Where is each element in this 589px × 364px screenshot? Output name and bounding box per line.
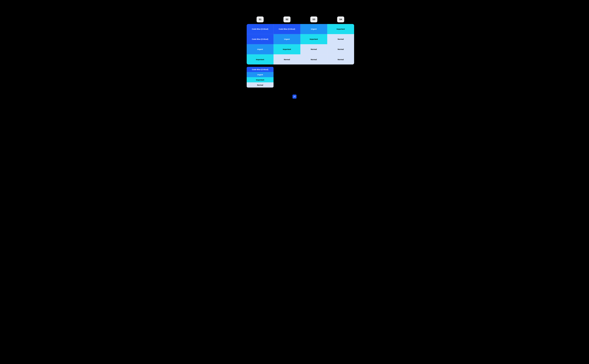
priority-severity-matrix: S1 S2 S3 S4 P1Code Blue (Critical)Code B… bbox=[235, 16, 354, 88]
matrix-row: P2Code Blue (Critical)UrgentImportantNor… bbox=[247, 34, 354, 44]
col-header-s4: S4 bbox=[337, 16, 344, 22]
legend-critical: Code Blue (Critical) bbox=[247, 67, 274, 72]
matrix-cell: Code Blue (Critical) bbox=[247, 34, 274, 44]
matrix-body: S1 S2 S3 S4 P1Code Blue (Critical)Code B… bbox=[247, 16, 354, 65]
legend-urgent: Urgent bbox=[247, 72, 274, 77]
matrix-cell: Normal bbox=[327, 54, 354, 65]
matrix-cell: Normal bbox=[327, 34, 354, 44]
matrix-cell: Important bbox=[327, 24, 354, 34]
matrix-cell: Normal bbox=[300, 44, 327, 54]
column-headers: S1 S2 S3 S4 bbox=[247, 16, 354, 22]
matrix-cell: Normal bbox=[300, 54, 327, 65]
matrix-row: P3UrgentImportantNormalNormal bbox=[247, 44, 354, 54]
matrix-cell: Important bbox=[247, 54, 274, 65]
matrix-cell: Code Blue (Critical) bbox=[247, 24, 274, 34]
matrix-cell: Normal bbox=[274, 54, 300, 65]
matrix-cell: Important bbox=[300, 34, 327, 44]
matrix-cell: Urgent bbox=[300, 24, 327, 34]
legend-important: Important bbox=[247, 77, 274, 82]
col-header-s1: S1 bbox=[257, 16, 263, 22]
legend: Code Blue (Critical)UrgentImportantNorma… bbox=[247, 67, 274, 88]
matrix-grid: P1Code Blue (Critical)Code Blue (Critica… bbox=[247, 24, 354, 65]
matrix-cell: Urgent bbox=[247, 44, 274, 54]
matrix-cell: Normal bbox=[327, 44, 354, 54]
matrix-cell: Urgent bbox=[274, 34, 300, 44]
matrix-cell: Important bbox=[274, 44, 300, 54]
matrix-row: P1Code Blue (Critical)Code Blue (Critica… bbox=[247, 24, 354, 34]
col-header-s2: S2 bbox=[283, 16, 290, 22]
matrix-cell: Code Blue (Critical) bbox=[274, 24, 300, 34]
matrix-row: P4ImportantNormalNormalNormal bbox=[247, 54, 354, 65]
legend-normal: Normal bbox=[247, 82, 274, 88]
flow-icon bbox=[293, 95, 296, 99]
col-header-s3: S3 bbox=[310, 16, 317, 22]
